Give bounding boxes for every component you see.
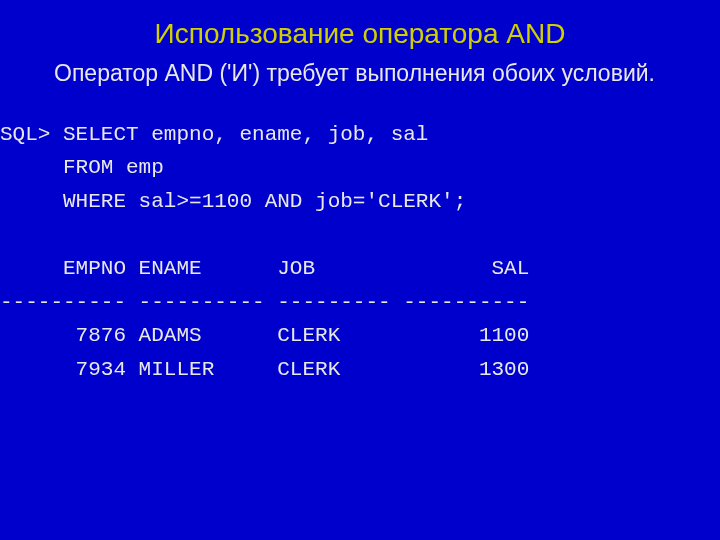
slide-description: Оператор AND ('И') требует выполнения об… [0, 60, 720, 88]
sql-result-header: EMPNO ENAME JOB SAL [0, 257, 529, 280]
sql-result-divider: ---------- ---------- --------- --------… [0, 291, 529, 314]
sql-line: FROM emp [0, 156, 164, 179]
sql-line: SQL> SELECT empno, ename, job, sal [0, 123, 428, 146]
table-row: 7934 MILLER CLERK 1300 [0, 358, 529, 381]
table-row: 7876 ADAMS CLERK 1100 [0, 324, 529, 347]
slide-title: Использование оператора AND [0, 0, 720, 60]
sql-code-block: SQL> SELECT empno, ename, job, sal FROM … [0, 118, 720, 387]
sql-line: WHERE sal>=1100 AND job='CLERK'; [0, 190, 466, 213]
